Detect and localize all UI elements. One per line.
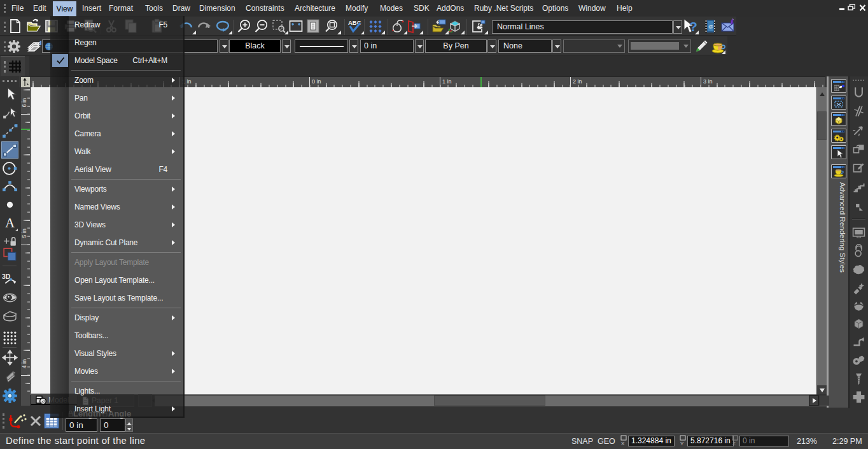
svg-text:X: X [621,441,625,446]
svg-text:Y: Y [680,441,684,446]
svg-text:3D: 3D [2,273,11,280]
svg-text:Z: Z [732,441,736,446]
svg-text:@: @ [708,24,713,29]
